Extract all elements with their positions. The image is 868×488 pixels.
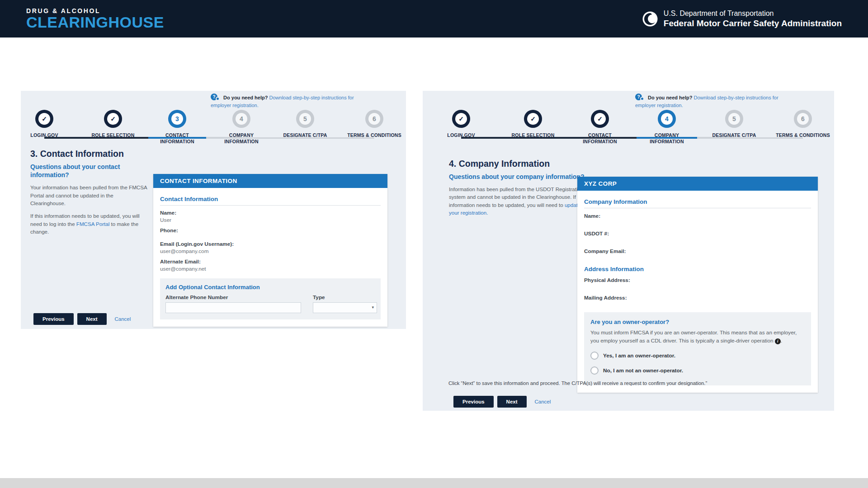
- previous-button[interactable]: Previous: [453, 396, 494, 408]
- cancel-link[interactable]: Cancel: [115, 316, 131, 322]
- previous-button[interactable]: Previous: [33, 313, 74, 325]
- page-title: 4. Company Information: [449, 159, 587, 169]
- owner-operator-yes-radio[interactable]: Yes, I am an owner-operator.: [590, 352, 805, 360]
- help-chat-icon: ?: [635, 94, 645, 101]
- fmcsa-portal-link[interactable]: FMCSA Portal: [76, 221, 109, 227]
- step-contact-information: 3CONTACT INFORMATION: [148, 110, 207, 145]
- intro-paragraph: Information has been pulled from the USD…: [449, 185, 587, 216]
- step-role-selection: ✓ROLE SELECTION: [84, 110, 142, 138]
- radio-circle-icon[interactable]: [590, 366, 599, 375]
- physical-address-label: Physical Address:: [584, 277, 811, 283]
- step-connector: [241, 137, 305, 139]
- step-contact-information: ✓CONTACT INFORMATION: [571, 110, 629, 145]
- phone-value: [160, 235, 381, 237]
- company-name-label: Name:: [584, 213, 811, 219]
- usdot-number-field: USDOT #:: [584, 230, 811, 240]
- owner-operator-no-radio[interactable]: No, I am not an owner-operator.: [590, 366, 805, 375]
- step-number: 5: [725, 110, 743, 128]
- next-button[interactable]: Next: [77, 313, 107, 325]
- footer-strip: [0, 478, 868, 488]
- help-text: ? Do you need help? Download step-by-ste…: [211, 94, 371, 109]
- next-button[interactable]: Next: [497, 396, 527, 408]
- step-number: 4: [658, 110, 676, 128]
- step-connector: [461, 137, 533, 139]
- step-connector: [177, 137, 241, 139]
- step-company-information: 4COMPANY INFORMATION: [212, 110, 271, 145]
- step-number: 4: [232, 110, 250, 128]
- type-select[interactable]: ▾: [313, 302, 377, 313]
- mailing-address-value: [584, 302, 811, 304]
- mailing-address-label: Mailing Address:: [584, 295, 811, 301]
- step-check-icon: ✓: [35, 110, 53, 128]
- agency-text: U.S. Department of Transportation Federa…: [664, 9, 842, 28]
- step-company-information: 4COMPANY INFORMATION: [637, 110, 696, 145]
- alternate-phone-group: Alternate Phone Number: [165, 294, 301, 313]
- step-terms-conditions: 6TERMS & CONDITIONS: [774, 110, 832, 138]
- step-login-gov: ✓LOGIN.GOV: [15, 110, 74, 138]
- mailing-address-field: Mailing Address:: [584, 295, 811, 304]
- step-connector: [667, 137, 734, 139]
- radio-label: No, I am not an owner-operator.: [603, 367, 683, 374]
- alternate-email-label: Alternate Email:: [160, 258, 381, 265]
- info-icon: i: [775, 338, 781, 344]
- questions-subheading: Questions about your company information…: [449, 173, 587, 181]
- card-header: CONTACT INFORMATION: [153, 174, 387, 188]
- step-terms-conditions: 6TERMS & CONDITIONS: [345, 110, 404, 138]
- company-name-field: Name:: [584, 213, 811, 222]
- step-role-selection: ✓ROLE SELECTION: [504, 110, 562, 138]
- card-body: Contact Information Name: User Phone: Em…: [153, 188, 387, 327]
- alternate-phone-input[interactable]: [165, 302, 301, 313]
- step-number: 6: [794, 110, 812, 128]
- step-check-icon: ✓: [524, 110, 542, 128]
- step-check-icon: ✓: [104, 110, 122, 128]
- optional-contact-title: Add Optional Contact Information: [165, 284, 375, 291]
- address-section-title: Address Information: [584, 266, 811, 272]
- name-label: Name:: [160, 210, 381, 216]
- owner-operator-description: You must inform FMCSA if you are an owne…: [590, 329, 805, 345]
- alternate-phone-label: Alternate Phone Number: [165, 294, 301, 300]
- step-check-icon: ✓: [452, 110, 470, 128]
- name-value: User: [160, 217, 381, 223]
- wizard-buttons: Previous Next Cancel: [33, 313, 131, 325]
- alternate-email-value: user@company.net: [160, 266, 381, 272]
- intro-paragraph-2: If this information needs to be updated,…: [30, 212, 147, 235]
- agency-line1: U.S. Department of Transportation: [664, 9, 842, 18]
- email-label: Email (Login.gov Username):: [160, 241, 381, 247]
- step-connector: [600, 137, 667, 139]
- usdot-number-value: [584, 238, 811, 240]
- card-header: XYZ CORP: [577, 177, 818, 191]
- company-info-section-title: Company Information: [584, 198, 811, 208]
- step-connector: [113, 137, 177, 139]
- step-connector: [305, 137, 374, 139]
- physical-address-value: [584, 284, 811, 286]
- step-connector: [44, 137, 113, 139]
- step-intro-column: 4. Company Information Questions about y…: [449, 159, 587, 221]
- step-check-icon: ✓: [591, 110, 609, 128]
- step-number: 6: [365, 110, 383, 128]
- intro-paragraph-1: Your information has been pulled from th…: [30, 183, 147, 206]
- card-body: Company Information Name: USDOT #: Compa…: [577, 191, 818, 393]
- radio-label: Yes, I am an owner-operator.: [603, 352, 675, 359]
- contact-info-section-title: Contact Information: [160, 196, 381, 206]
- company-name-value: [584, 220, 811, 222]
- usdot-number-label: USDOT #:: [584, 230, 811, 237]
- app-header: DRUG & ALCOHOL CLEARINGHOUSE U.S. Depart…: [0, 0, 868, 38]
- owner-operator-title: Are you an owner-operator?: [590, 319, 805, 325]
- step-number: 5: [296, 110, 314, 128]
- wizard-buttons: Previous Next Cancel: [453, 396, 551, 408]
- email-value: user@company.com: [160, 248, 381, 254]
- company-information-card: XYZ CORP Company Information Name: USDOT…: [577, 177, 818, 393]
- registration-stepper: ✓LOGIN.GOV✓ROLE SELECTION✓CONTACT INFORM…: [423, 110, 834, 157]
- company-email-field: Company Email:: [584, 248, 811, 258]
- chevron-down-icon: ▾: [372, 305, 374, 310]
- optional-contact-row: Alternate Phone Number Type ▾: [165, 294, 375, 313]
- company-email-label: Company Email:: [584, 248, 811, 254]
- cancel-link[interactable]: Cancel: [535, 399, 551, 404]
- help-text: ? Do you need help? Download step-by-ste…: [635, 94, 796, 109]
- owner-operator-box: Are you an owner-operator? You must info…: [584, 312, 811, 385]
- help-chat-icon: ?: [211, 94, 220, 101]
- optional-contact-box: Add Optional Contact Information Alterna…: [160, 278, 381, 319]
- logo-line2: CLEARINGHOUSE: [26, 14, 164, 31]
- radio-circle-icon[interactable]: [590, 352, 599, 360]
- contact-information-card: CONTACT INFORMATION Contact Information …: [153, 174, 387, 327]
